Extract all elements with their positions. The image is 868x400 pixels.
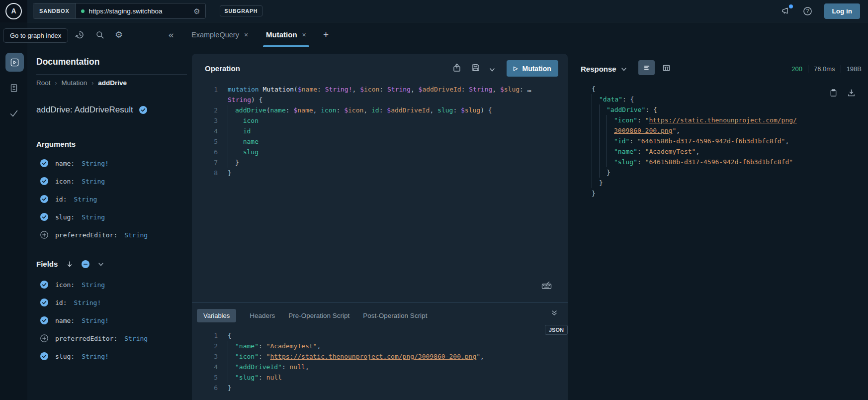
save-options-chevron-icon[interactable] <box>489 67 495 73</box>
field-type[interactable]: String <box>82 178 105 185</box>
field-type[interactable]: String! <box>74 299 101 306</box>
response-header[interactable]: Response <box>581 65 627 73</box>
field-type[interactable]: String <box>82 213 105 221</box>
arguments-title: Arguments <box>36 140 76 148</box>
chevron-down-icon[interactable] <box>98 261 104 267</box>
field-type[interactable]: String <box>82 281 105 289</box>
indent-guide <box>599 136 607 146</box>
endpoint-settings-icon[interactable]: ⚙ <box>193 7 200 15</box>
tab-label[interactable]: ExampleQuery <box>191 31 239 39</box>
indent-guide <box>592 115 599 125</box>
fields-header: Fields <box>36 260 104 268</box>
breadcrumb: Root›Mutation›addDrive <box>36 79 127 87</box>
doc-field-row[interactable]: preferredEditor:String <box>40 329 148 347</box>
check-circle-icon[interactable] <box>40 177 48 185</box>
code-text: } <box>235 157 239 168</box>
check-circle-icon[interactable] <box>40 352 48 360</box>
save-button[interactable] <box>471 63 480 72</box>
new-tab-button[interactable]: + <box>323 29 329 40</box>
field-type[interactable]: String <box>74 196 97 203</box>
doc-field-row[interactable]: preferredEditor:String <box>40 226 148 244</box>
doc-field-row[interactable]: slug:String <box>40 208 148 226</box>
check-circle-icon[interactable] <box>40 159 48 167</box>
doc-field-row[interactable]: name:String! <box>40 311 148 329</box>
breadcrumb-item[interactable]: addDrive <box>98 79 127 87</box>
line-number: 7 <box>192 157 228 168</box>
indent-guide <box>228 157 235 168</box>
tab-label[interactable]: Mutation <box>266 30 297 39</box>
field-type[interactable]: String <box>124 231 148 239</box>
minus-circle-icon[interactable] <box>82 260 89 268</box>
check-circle-icon[interactable] <box>40 299 48 306</box>
doc-field-row[interactable]: id:String <box>40 190 148 208</box>
response-json[interactable]: {"data": {"addDrive": {"icon": "https://… <box>575 84 868 199</box>
indent-guide <box>592 136 599 146</box>
operation-editor[interactable]: 1mutation Mutation($name: String!, $icon… <box>192 84 568 178</box>
indent-guide <box>228 147 235 157</box>
help-button[interactable]: ? <box>803 6 812 16</box>
check-circle-icon <box>139 106 147 114</box>
plus-circle-icon[interactable] <box>40 334 48 342</box>
indent-guide <box>228 105 235 115</box>
check-circle-icon[interactable] <box>40 281 48 289</box>
collapse-editors-button[interactable] <box>551 309 558 316</box>
share-button[interactable] <box>452 63 461 72</box>
plus-circle-icon[interactable] <box>40 231 48 239</box>
field-name: preferredEditor: <box>55 231 117 239</box>
line-number: 1 <box>192 84 228 95</box>
operation-tab-mutation[interactable]: Mutation× <box>266 22 306 47</box>
indent-guide <box>228 372 235 383</box>
doc-field-row[interactable]: slug:String! <box>40 347 148 365</box>
line-number: 4 <box>192 362 228 372</box>
check-circle-icon[interactable] <box>40 195 48 203</box>
login-button[interactable]: Log in <box>824 3 861 19</box>
keyboard-shortcuts-button[interactable] <box>541 281 552 290</box>
announcements-button[interactable] <box>781 6 791 16</box>
breadcrumb-separator: › <box>55 80 57 87</box>
apollo-logo-cell[interactable]: A <box>0 0 27 22</box>
close-tab-icon[interactable]: × <box>244 31 248 39</box>
code-text: "icon": "https://static.thenounproject.c… <box>235 351 484 362</box>
doc-field-row[interactable]: icon:String <box>40 276 148 294</box>
doc-field-row[interactable]: id:String! <box>40 294 148 311</box>
field-type[interactable]: String! <box>82 353 109 360</box>
line-number <box>192 95 228 105</box>
editor-tab-pre-operation-script[interactable]: Pre-Operation Script <box>288 312 349 319</box>
share-icon <box>452 63 461 72</box>
indent-guide <box>592 146 599 157</box>
table-view-toggle[interactable] <box>662 64 671 72</box>
raw-view-toggle[interactable] <box>638 60 655 75</box>
endpoint-url[interactable]: https://staging.switchboa <box>89 7 189 15</box>
code-line: } <box>575 178 868 188</box>
doc-field-row[interactable]: name:String! <box>40 154 148 172</box>
code-text: addDrive(name: $name, icon: $icon, id: $… <box>235 105 492 115</box>
run-mutation-button[interactable]: ▷ Mutation <box>507 60 558 77</box>
endpoint-input[interactable]: https://staging.switchboa ⚙ <box>76 3 205 18</box>
response-size: 198B <box>847 65 862 73</box>
breadcrumb-item[interactable]: Mutation <box>62 79 87 87</box>
rail-schema-button[interactable] <box>9 84 18 93</box>
doc-field-row[interactable]: icon:String <box>40 172 148 190</box>
check-circle-icon[interactable] <box>40 213 48 221</box>
rail-checks-button[interactable] <box>9 108 19 118</box>
editor-tab-variables[interactable]: Variables <box>197 309 236 322</box>
rail-explorer-button[interactable] <box>5 53 24 72</box>
breadcrumb-item[interactable]: Root <box>36 79 51 87</box>
status-code: 200 <box>791 65 802 73</box>
play-icon: ▷ <box>514 65 518 72</box>
indent-guide <box>228 341 235 351</box>
variables-editor[interactable]: 1{2"name": "AcademyTest",3"icon": "https… <box>192 330 568 393</box>
field-type[interactable]: String <box>124 335 148 342</box>
code-line: 2"name": "AcademyTest", <box>192 341 568 351</box>
field-type[interactable]: String! <box>82 317 109 324</box>
close-tab-icon[interactable]: × <box>302 31 306 39</box>
apollo-logo: A <box>5 3 22 19</box>
check-circle-icon[interactable] <box>40 316 48 324</box>
divider <box>808 65 808 73</box>
field-type[interactable]: String! <box>82 160 109 167</box>
editor-tab-post-operation-script[interactable]: Post-Operation Script <box>363 312 427 319</box>
operation-tab-examplequery[interactable]: ExampleQuery× <box>191 22 248 47</box>
editor-tab-headers[interactable]: Headers <box>250 312 275 319</box>
sort-arrow-down-icon[interactable] <box>66 261 73 268</box>
field-name: id: <box>55 196 67 203</box>
